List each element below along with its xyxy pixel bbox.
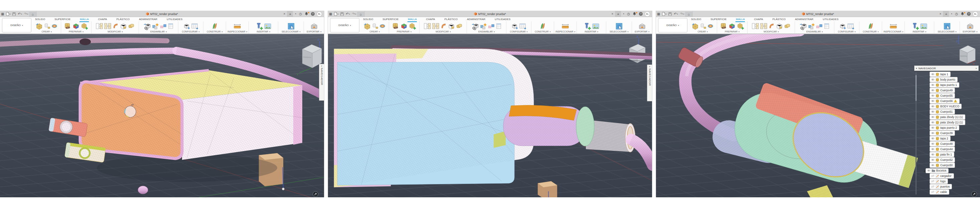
- group-label-construir[interactable]: CONSTRUIR ▾: [207, 30, 223, 33]
- document-tab[interactable]: MT02_render prueba* ×: [692, 11, 943, 17]
- mesh-generate-icon[interactable]: [409, 22, 416, 30]
- expand-triangle-icon[interactable]: ◢: [924, 170, 925, 172]
- bom-list-icon[interactable]: [495, 23, 502, 29]
- eye-off-icon[interactable]: [931, 174, 935, 177]
- eye-icon[interactable]: [931, 137, 935, 140]
- help-icon[interactable]: ?: [967, 12, 970, 16]
- group-label-construir[interactable]: CONSTRUIR ▾: [863, 30, 879, 33]
- undo-icon[interactable]: ↶▾: [17, 11, 23, 17]
- navigator-folder-row[interactable]: ◢ Bocetos: [914, 168, 978, 173]
- mesh-paint-icon[interactable]: [72, 22, 80, 30]
- configure-icon[interactable]: [839, 22, 846, 30]
- group-label-crear[interactable]: CREAR ▾: [42, 30, 52, 33]
- close-tab-icon[interactable]: ×: [283, 11, 285, 17]
- joint-origin-icon[interactable]: [152, 22, 159, 30]
- config-table-icon[interactable]: [191, 22, 199, 30]
- navigator-body-row[interactable]: tapa puerto 2: [914, 125, 978, 130]
- joint-icon[interactable]: [488, 23, 495, 29]
- hollow-icon[interactable]: [447, 22, 455, 30]
- navigator-header[interactable]: ● NAVEGADOR »: [914, 66, 978, 71]
- job-status-icon[interactable]: ◷: [625, 12, 631, 16]
- insert-fastener-icon[interactable]: [912, 22, 919, 30]
- eye-icon[interactable]: [927, 169, 931, 172]
- mesh-paint-icon[interactable]: [400, 22, 408, 30]
- group-label-inspeccionar[interactable]: INSPECCIONAR ▾: [883, 30, 903, 33]
- eye-icon[interactable]: [931, 110, 935, 113]
- avatar[interactable]: AL: [973, 11, 978, 17]
- new-tab-button[interactable]: +: [287, 11, 293, 17]
- design-menu-button[interactable]: DISEÑO▾: [658, 18, 687, 32]
- avatar[interactable]: AL: [317, 11, 322, 17]
- insert-image-icon[interactable]: [592, 22, 600, 30]
- eye-icon[interactable]: [931, 126, 935, 129]
- measure-icon[interactable]: [562, 22, 569, 30]
- select-window-icon[interactable]: [943, 22, 951, 30]
- group-label-insertar[interactable]: INSERTAR ▾: [584, 30, 598, 33]
- group-label-seleccionar[interactable]: SELECCIONAR ▾: [282, 30, 300, 33]
- eye-icon[interactable]: [931, 83, 935, 86]
- navigator-body-row[interactable]: Cuerpo55: [914, 93, 978, 98]
- close-tab-icon[interactable]: ×: [611, 11, 613, 17]
- help-icon[interactable]: ?: [639, 12, 643, 16]
- navigator-collapsed-tab[interactable]: « NAVEGADOR: [647, 64, 652, 101]
- group-label-preparar[interactable]: PREPARAR ▾: [725, 30, 740, 33]
- mesh-face-icon[interactable]: [707, 23, 714, 29]
- mesh-cylinder-icon[interactable]: [372, 23, 379, 29]
- export-3dprint-icon[interactable]: [638, 22, 646, 30]
- navigator-body-row[interactable]: pata 2body (1) (1): [914, 114, 978, 120]
- navigator-body-row[interactable]: Cuerpo56: [914, 98, 978, 104]
- group-label-modificar[interactable]: MODIFICAR ▾: [764, 30, 779, 33]
- notifications-icon[interactable]: [631, 12, 638, 16]
- navigator-sketch-row[interactable]: puertos: [914, 184, 978, 189]
- new-component-icon[interactable]: [799, 22, 807, 30]
- app-grid-icon[interactable]: ▦: [0, 11, 5, 17]
- navigator-body-row[interactable]: pata 1body (1) (1): [914, 120, 978, 125]
- combine-icon[interactable]: [128, 23, 135, 29]
- mesh-repair-icon[interactable]: [720, 22, 727, 30]
- eye-off-icon[interactable]: [931, 190, 935, 193]
- group-label-exportar[interactable]: EXPORTAR ▾: [635, 30, 649, 33]
- group-label-configurar[interactable]: CONFIGURAR ▾: [182, 30, 200, 33]
- app-grid-icon[interactable]: ▦: [328, 11, 333, 17]
- eye-off-icon[interactable]: [931, 180, 935, 182]
- file-new-icon[interactable]: ▾: [5, 11, 11, 17]
- mesh-create-icon[interactable]: [363, 22, 371, 30]
- remesh-icon[interactable]: [95, 22, 103, 30]
- group-label-construir[interactable]: CONSTRUIR ▾: [535, 30, 551, 33]
- group-label-insertar[interactable]: INSERTAR ▾: [913, 30, 926, 33]
- extensions-icon[interactable]: ◔: [293, 12, 298, 16]
- file-new-icon[interactable]: ▾: [333, 11, 339, 17]
- navigator-sketch-row[interactable]: cargador: [914, 173, 978, 179]
- redo-icon[interactable]: ↷▾: [23, 11, 29, 17]
- close-tab-icon[interactable]: ×: [939, 11, 941, 17]
- job-status-icon[interactable]: ◷: [954, 12, 959, 16]
- combine-icon[interactable]: [784, 23, 791, 29]
- group-label-ensamblar[interactable]: ENSAMBLAR ▾: [806, 30, 822, 33]
- eye-icon[interactable]: [931, 153, 935, 156]
- navigator-body-row[interactable]: Cuerpo44: [914, 146, 978, 152]
- job-status-icon[interactable]: ◷: [298, 12, 303, 16]
- navigator-body-row[interactable]: pata fin 1: [914, 152, 978, 157]
- mesh-repair-icon[interactable]: [392, 22, 399, 30]
- configure-icon[interactable]: [511, 22, 519, 30]
- navigator-body-row[interactable]: tapa 2: [914, 136, 978, 141]
- redo-icon[interactable]: ↷▾: [679, 11, 685, 17]
- group-label-crear[interactable]: CREAR ▾: [698, 30, 708, 33]
- mesh-repair-icon[interactable]: [64, 22, 72, 30]
- group-label-preparar[interactable]: PREPARAR ▾: [69, 30, 83, 33]
- hollow-icon[interactable]: [776, 22, 783, 30]
- new-component-icon[interactable]: [471, 22, 479, 30]
- navigator-body-row[interactable]: Cuerpo50: [914, 163, 978, 168]
- home-icon[interactable]: ⌂: [685, 12, 692, 17]
- shell-icon[interactable]: [768, 23, 775, 29]
- reduce-icon[interactable]: [104, 22, 111, 30]
- shell-icon[interactable]: [440, 23, 447, 29]
- collapse-right-icon[interactable]: »: [976, 67, 977, 70]
- eye-icon[interactable]: [931, 105, 935, 108]
- select-window-icon[interactable]: [615, 22, 623, 30]
- config-table-icon[interactable]: [847, 22, 855, 30]
- joint-origin-icon[interactable]: [808, 22, 815, 30]
- eye-off-icon[interactable]: [931, 185, 935, 188]
- mesh-cylinder-icon[interactable]: [700, 23, 706, 29]
- reduce-icon[interactable]: [760, 22, 768, 30]
